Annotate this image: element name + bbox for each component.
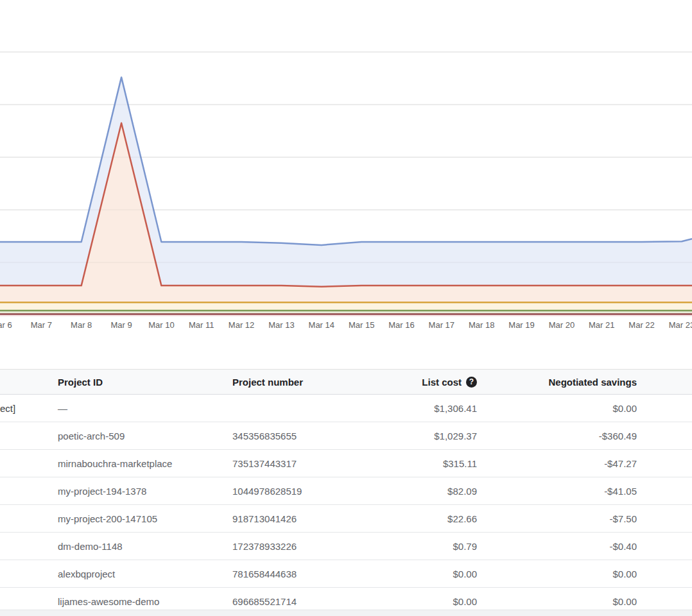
header-project-number: Project number (228, 377, 347, 388)
table-row: my-project-200-147105918713041426$22.66-… (0, 505, 692, 533)
negotiated-savings-cell: -$7.50 (480, 513, 645, 524)
header-project-id: Project ID (55, 377, 228, 388)
x-axis-label: Mar 21 (589, 320, 614, 330)
list-cost-cell: $82.09 (347, 486, 480, 497)
cost-breakdown-table: Project ID Project number List cost ? Ne… (0, 369, 692, 615)
project-id-cell: lijames-awesome-demo (55, 596, 228, 607)
x-axis-label: Mar 14 (309, 320, 334, 330)
x-axis-label: Mar 22 (628, 320, 654, 330)
x-axis-label: Mar 20 (549, 320, 575, 330)
cost-trend-chart[interactable]: Mar 6Mar 7Mar 8Mar 9Mar 10Mar 11Mar 12Ma… (0, 0, 692, 335)
header-list-cost-label: List cost (422, 377, 462, 388)
table-row: mirnabouchra-marketplace735137443317$315… (0, 450, 692, 477)
project-number-cell: 1044978628519 (228, 486, 347, 497)
table-row: dm-demo-1148172378933226$0.79-$0.40 (0, 533, 692, 560)
table-row: poetic-arch-509345356835655$1,029.37-$36… (0, 422, 692, 450)
list-cost-cell: $22.66 (347, 513, 480, 524)
project-number-cell: 172378933226 (228, 541, 347, 552)
cost-trend-plot (0, 0, 692, 316)
x-axis-label: Mar 13 (268, 320, 294, 330)
list-cost-cell: $0.00 (347, 569, 480, 579)
table-footer-strip (0, 610, 692, 616)
x-axis-label: Mar 17 (429, 320, 454, 330)
table-body: ect]—$1,306.41$0.00poetic-arch-509345356… (0, 395, 692, 615)
project-number-cell: 781658444638 (228, 569, 347, 579)
negotiated-savings-cell: -$0.40 (480, 541, 645, 552)
project-number-cell: 696685521714 (228, 596, 347, 607)
project-number-cell: 345356835655 (228, 431, 347, 441)
table-header-row: Project ID Project number List cost ? Ne… (0, 369, 692, 395)
list-cost-cell: $0.79 (347, 541, 480, 552)
negotiated-savings-cell: -$47.27 (480, 458, 645, 469)
x-axis-label: Mar 6 (0, 320, 12, 330)
project-number-cell: 918713041426 (228, 513, 347, 524)
header-list-cost: List cost ? (347, 377, 480, 388)
billing-report-screen: Mar 6Mar 7Mar 8Mar 9Mar 10Mar 11Mar 12Ma… (0, 0, 692, 616)
project-number-cell: 735137443317 (228, 458, 347, 469)
x-axis-label: Mar 7 (31, 320, 52, 330)
project-name-cell: ect] (0, 403, 55, 414)
project-id-cell: alexbqproject (55, 569, 228, 579)
table-row: my-project-194-13781044978628519$82.09-$… (0, 477, 692, 505)
table-row: alexbqproject781658444638$0.00$0.00 (0, 560, 692, 588)
x-axis-label: Mar 9 (110, 320, 132, 330)
project-id-cell: my-project-200-147105 (55, 513, 228, 524)
list-cost-cell: $1,306.41 (347, 403, 480, 414)
x-axis-label: Mar 15 (349, 320, 374, 330)
x-axis-label: Mar 12 (229, 320, 254, 330)
negotiated-savings-cell: -$41.05 (480, 486, 645, 497)
x-axis-label: Mar 23 (669, 320, 692, 330)
x-axis-label: Mar 10 (148, 320, 174, 330)
x-axis-label: Mar 16 (388, 320, 414, 330)
negotiated-savings-cell: -$360.49 (480, 431, 645, 441)
x-axis-label: Mar 18 (469, 320, 494, 330)
project-id-cell: my-project-194-1378 (55, 486, 228, 497)
header-negotiated-savings: Negotiated savings (480, 377, 645, 388)
help-icon[interactable]: ? (466, 377, 477, 388)
project-id-cell: dm-demo-1148 (55, 541, 228, 552)
negotiated-savings-cell: $0.00 (480, 403, 645, 414)
x-axis-label: Mar 11 (189, 320, 214, 330)
x-axis-label: Mar 8 (71, 320, 92, 330)
project-id-cell: — (55, 403, 228, 414)
negotiated-savings-cell: $0.00 (480, 596, 645, 607)
list-cost-cell: $0.00 (347, 596, 480, 607)
table-row: ect]—$1,306.41$0.00 (0, 395, 692, 422)
list-cost-cell: $1,029.37 (347, 431, 480, 441)
negotiated-savings-cell: $0.00 (480, 569, 645, 579)
project-id-cell: poetic-arch-509 (55, 431, 228, 441)
list-cost-cell: $315.11 (347, 458, 480, 469)
x-axis-label: Mar 19 (508, 320, 534, 330)
project-id-cell: mirnabouchra-marketplace (55, 458, 228, 469)
chart-x-axis: Mar 6Mar 7Mar 8Mar 9Mar 10Mar 11Mar 12Ma… (0, 320, 692, 333)
